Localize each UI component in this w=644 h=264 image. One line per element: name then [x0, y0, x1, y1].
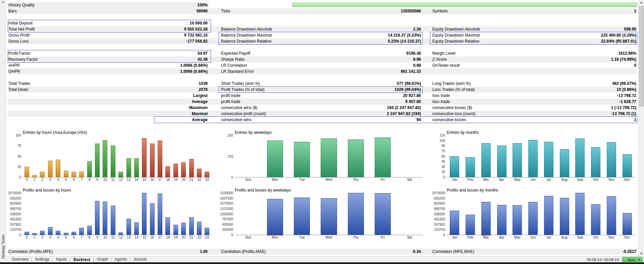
stats-row: Averageconsecutive wins94consecutive los… — [7, 117, 637, 123]
bar-slot — [572, 135, 588, 177]
bar — [591, 204, 600, 235]
bar — [205, 228, 209, 235]
stat-label: Initial Deposit — [7, 20, 125, 26]
start-button-label: Start — [627, 258, 635, 262]
tab-graph[interactable]: Graph — [94, 257, 111, 262]
x-axis-label: Sun — [235, 235, 262, 239]
stat-value: 1.16 (74.99%) — [542, 56, 637, 62]
stat-label: Loss Trades (% of total) — [431, 87, 542, 93]
tab-settings[interactable]: Settings — [32, 257, 52, 262]
bar-slot — [172, 193, 179, 235]
scroll-down-icon[interactable] — [639, 251, 644, 256]
x-axis-label: Nov — [604, 235, 620, 239]
stat-value: 9196.36 — [331, 50, 422, 56]
bar-slot — [164, 135, 172, 177]
stat-value: -0.3517 — [542, 249, 637, 255]
stat-label — [431, 20, 542, 26]
test-progress-bar — [292, 3, 637, 7]
x-axis-label: 15 — [141, 235, 148, 239]
stat-value: Average — [125, 99, 209, 105]
bar — [481, 143, 491, 177]
vertical-scrollbar[interactable] — [638, 0, 644, 256]
stat-label: Equity Drawdown Maximal — [431, 32, 542, 38]
spacer-row — [7, 14, 637, 20]
bar — [189, 217, 194, 235]
stat-label: Recovery Factor — [7, 56, 125, 62]
stat-value: 577 (98.61%) — [331, 81, 422, 87]
stat-label: Balance Drawdown Maximal — [220, 32, 331, 38]
stat-label: Balance Drawdown Relative — [220, 38, 331, 44]
x-axis-label: 4 — [54, 235, 62, 239]
chart-entries-by-weekdays: Entries by weekdays 2301150 SunMonTueWed… — [219, 130, 426, 183]
tab-inputs[interactable]: Inputs — [53, 257, 70, 262]
start-button[interactable]: Start — [622, 257, 643, 262]
bar-slot — [148, 193, 156, 235]
bar — [591, 147, 600, 177]
x-axis-label: 2 — [39, 178, 46, 181]
y-axis-label: 45 — [441, 160, 445, 163]
bar-slot — [78, 135, 86, 177]
chart-plot: 1070000936250802500668750535000401250267… — [23, 193, 211, 235]
tab-overview[interactable]: Overview — [9, 257, 32, 262]
chevron-down-icon[interactable] — [638, 259, 640, 260]
stat-label: Z-Score — [431, 56, 542, 62]
bar — [607, 196, 616, 235]
bar-slot — [619, 193, 635, 235]
stats-row: Profit Factor54.97Expected Payoff9196.36… — [7, 50, 637, 56]
bar-slot — [101, 135, 109, 177]
x-axis-label: Sat — [396, 235, 423, 239]
chart-title: Profits and losses by weekdays — [235, 188, 426, 193]
bar — [111, 206, 115, 235]
stat-label: Profit Factor — [7, 50, 125, 56]
x-axis-label: Mar — [478, 235, 494, 239]
bar-slot — [541, 135, 557, 177]
bar-slot — [23, 193, 31, 235]
scrollbar-thumb[interactable] — [639, 6, 644, 107]
x-axis-label: 23 — [203, 178, 211, 181]
stat-value: 1.0066 (0.66%) — [125, 62, 209, 68]
chart-title: Entries by hours (Asia,Europe,USA) — [23, 130, 214, 135]
stat-label: consecutive losses ($) — [431, 105, 542, 111]
bar — [103, 202, 107, 235]
plot-area — [447, 193, 635, 235]
close-icon[interactable]: × — [0, 0, 6, 5]
stat-label: Profit Trades (% of total) — [220, 87, 331, 93]
scroll-up-icon[interactable] — [639, 0, 644, 5]
y-axis-label: 0 — [231, 175, 233, 179]
x-axis-label: Thu — [342, 178, 369, 181]
stats-row: Total Deals2078Profit Trades (% of total… — [7, 87, 637, 93]
stat-label: Ticks — [220, 8, 331, 14]
stat-value: 2.26 — [331, 26, 422, 32]
x-axis-label: Aug — [556, 178, 572, 181]
stat-value: 2078 — [125, 87, 209, 93]
stat-value: 1 (-13 798.72) — [542, 105, 637, 111]
tab-journal[interactable]: Journal — [130, 257, 150, 262]
stat-value: -1 628.77 — [542, 99, 637, 105]
tab-backtest[interactable]: Backtest — [70, 257, 94, 262]
y-axis-label: 25 — [17, 165, 21, 168]
bar — [158, 141, 162, 177]
y-axis-label: 267500 — [434, 222, 445, 226]
x-axis-label: Mon — [262, 235, 288, 239]
x-axis-label: Thu — [342, 235, 369, 239]
bar — [87, 161, 92, 177]
x-axis-label: Mar — [478, 178, 494, 181]
x-axis-label: 6 — [70, 178, 77, 181]
y-axis-label: 133750 — [434, 228, 445, 231]
bar — [189, 159, 194, 177]
x-axis-label: 18 — [164, 178, 172, 181]
x-axis-label: Jun — [525, 235, 541, 239]
bar-slot — [46, 135, 54, 177]
chart-x-axis: 01234567891011121314151617181920212223 — [23, 235, 211, 239]
stat-value: 100% — [125, 2, 209, 8]
strategy-tester-side-strip: × Strategy Tester — [0, 0, 6, 262]
tab-agents[interactable]: Agents — [111, 257, 130, 262]
bar-slot — [54, 193, 62, 235]
x-axis-label: 9 — [93, 178, 101, 181]
stat-value: 1 — [542, 8, 637, 14]
bar-slot — [203, 135, 211, 177]
bar — [126, 219, 131, 235]
bar — [150, 203, 155, 235]
chart-profits-losses-by-weekdays: Profits and losses by weekdays 210000018… — [219, 188, 426, 241]
stat-value: 225 460.80 (3.29%) — [542, 32, 637, 38]
